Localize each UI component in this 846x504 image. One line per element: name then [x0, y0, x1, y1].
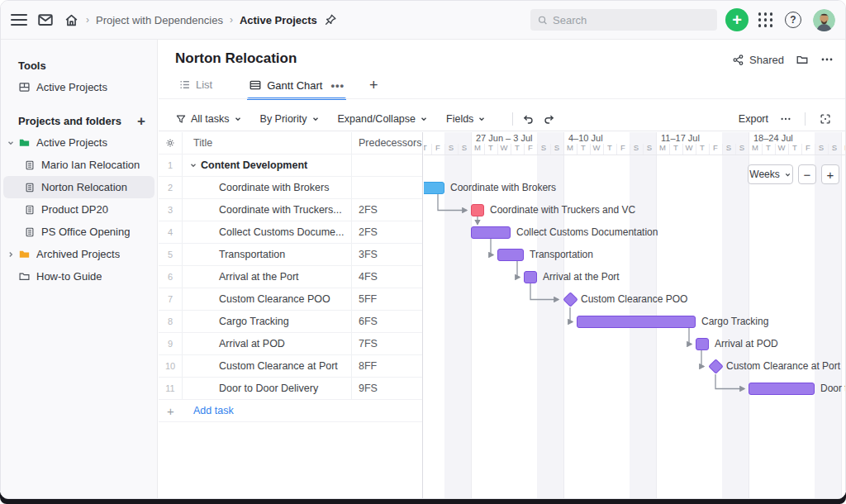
day-letter: S — [550, 143, 563, 152]
add-task-button[interactable]: Add task — [183, 405, 234, 416]
gantt-chart: MTWTFSS27 Jun – 3 JulMTWTFSS4–10 JulMTWT… — [424, 132, 845, 498]
day-letter: T — [603, 143, 616, 152]
row-number: 5 — [159, 244, 183, 265]
task-title: Content Development — [201, 159, 307, 171]
table-row: 2Coordinate with Brokers — [159, 177, 422, 199]
sidebar-item-norton-relocation[interactable]: Norton Relocation — [3, 176, 154, 198]
gantt-bar-arrival-at-the-port[interactable] — [524, 271, 537, 283]
day-letter: T — [424, 143, 431, 152]
project-more-button[interactable] — [820, 53, 834, 66]
gantt-bar-door-to-door-delivery[interactable] — [749, 383, 815, 395]
filter-label: All tasks — [191, 113, 230, 125]
task-title-cell[interactable]: Door to Door Delivery — [183, 378, 352, 399]
predecessors-cell[interactable]: 9FS — [352, 383, 422, 394]
share-button[interactable]: Shared — [732, 54, 784, 66]
fields-dropdown[interactable]: Fields — [446, 113, 486, 125]
breadcrumb-current[interactable]: Active Projects — [240, 14, 317, 26]
day-letter: M — [471, 143, 484, 152]
task-title-cell[interactable]: Content Development — [183, 155, 352, 176]
menu-icon[interactable] — [11, 14, 27, 26]
predecessors-cell[interactable]: 4FS — [352, 271, 422, 283]
tab-gantt-label: Gantt Chart — [267, 79, 322, 92]
apps-grid-icon[interactable] — [758, 12, 773, 27]
gantt-toolbar: All tasks By Priority Expand/Collapse Fi… — [159, 107, 845, 131]
table-row: 9Arrival at POD7FS — [159, 333, 422, 355]
sidebar-item-how-to-guide[interactable]: How-to Guide — [3, 265, 154, 288]
gantt-bar-cargo-tracking[interactable] — [577, 316, 696, 328]
chevron-right-icon[interactable] — [7, 250, 15, 259]
chevron-down-icon[interactable] — [7, 139, 15, 147]
inbox-icon[interactable] — [37, 12, 54, 28]
fullscreen-button[interactable] — [819, 112, 832, 126]
filter-tasks-dropdown[interactable]: All tasks — [175, 113, 242, 125]
collapse-group-icon[interactable] — [189, 161, 197, 169]
filter-icon — [175, 113, 187, 125]
sidebar-item-label: Norton Relocation — [41, 181, 127, 193]
tab-gantt-chart[interactable]: Gantt Chart ••• — [247, 76, 346, 100]
gantt-bar-arrival-at-pod[interactable] — [696, 338, 709, 350]
sort-dropdown[interactable]: By Priority — [260, 113, 320, 125]
task-title-cell[interactable]: Transportation — [183, 244, 352, 265]
create-button[interactable]: + — [725, 8, 749, 31]
page-title[interactable]: Norton Relocation — [175, 50, 297, 67]
gantt-milestone-custom-clearance-poo[interactable] — [563, 292, 577, 307]
sidebar-item-product-dp20[interactable]: Product DP20 — [3, 198, 154, 221]
task-title-cell[interactable]: Arrival at the Port — [183, 266, 352, 288]
day-letter: S — [537, 143, 550, 152]
task-title-cell[interactable]: Cargo Tracking — [183, 311, 352, 332]
folder-icon — [796, 53, 809, 66]
undo-button[interactable] — [521, 112, 535, 126]
export-button[interactable]: Export — [739, 113, 768, 125]
gantt-bar-coordinate-with-truckers-and-vc[interactable] — [471, 204, 484, 216]
zoom-out-button[interactable]: − — [798, 164, 816, 184]
breadcrumb-project[interactable]: Project with Dependencies — [96, 14, 223, 26]
predecessors-cell[interactable]: 3FS — [352, 249, 422, 260]
column-header-predecessors[interactable]: Predecessors — [352, 137, 422, 149]
folder-info-button[interactable] — [796, 53, 809, 66]
add-task-row[interactable]: + Add task — [159, 400, 422, 422]
search-input[interactable] — [553, 14, 711, 26]
folder-icon — [18, 136, 31, 149]
column-header-title[interactable]: Title — [183, 132, 352, 154]
tab-options-icon[interactable]: ••• — [330, 79, 345, 92]
task-title: Coordinate with Brokers — [219, 182, 329, 193]
tab-list[interactable]: List — [177, 76, 214, 99]
task-title-cell[interactable]: Collect Customs Docume... — [183, 221, 352, 243]
task-title-cell[interactable]: Arrival at POD — [183, 333, 352, 354]
gantt-bar-collect-customs-documentation[interactable] — [471, 226, 511, 239]
task-title-cell[interactable]: Custom Clearance at Port — [183, 355, 352, 377]
sidebar-item-mario-ian-relocation[interactable]: Mario Ian Relocation — [3, 154, 154, 176]
home-icon[interactable] — [64, 12, 79, 28]
avatar[interactable] — [813, 9, 835, 31]
predecessors-cell[interactable]: 2FS — [352, 226, 422, 238]
add-project-icon[interactable]: + — [137, 114, 145, 128]
predecessors-cell[interactable]: 7FS — [352, 338, 422, 349]
task-title-cell[interactable]: Coordinate with Brokers — [183, 177, 352, 198]
task-title-cell[interactable]: Custom Clearance POO — [183, 288, 352, 310]
predecessors-cell[interactable]: 8FF — [352, 360, 422, 372]
timescale-select[interactable]: Weeks — [748, 164, 793, 184]
sidebar-item-ps-office-opening[interactable]: PS Office Opening — [3, 221, 154, 243]
redo-button[interactable] — [543, 112, 556, 126]
help-icon[interactable]: ? — [785, 12, 801, 28]
row-number: 2 — [159, 177, 183, 198]
gantt-bar-coordinate-with-brokers[interactable] — [424, 182, 444, 194]
search-box[interactable] — [530, 9, 717, 31]
gantt-bar-transportation[interactable] — [497, 249, 524, 261]
sidebar-item-active-projects[interactable]: Active Projects — [3, 131, 154, 154]
zoom-in-button[interactable]: + — [821, 164, 839, 184]
day-letter: S — [815, 143, 828, 152]
sidebar-item-archived-projects[interactable]: Archived Projects — [3, 243, 154, 265]
predecessors-cell[interactable]: 5FF — [352, 293, 422, 305]
table-settings-cell[interactable] — [159, 132, 183, 154]
pin-icon[interactable] — [324, 13, 337, 26]
predecessors-cell[interactable]: 2FS — [352, 204, 422, 216]
task-title-cell[interactable]: Coordinate with Truckers... — [183, 199, 352, 221]
expand-collapse-dropdown[interactable]: Expand/Collapse — [338, 113, 429, 125]
gantt-milestone-custom-clearance-at-port[interactable] — [708, 359, 723, 373]
toolbar-more-button[interactable] — [780, 113, 791, 125]
predecessors-cell[interactable]: 6FS — [352, 316, 422, 327]
sidebar-item-label: Product DP20 — [41, 203, 108, 216]
add-view-button[interactable]: + — [369, 76, 378, 94]
sidebar-item-active-projects-tool[interactable]: Active Projects — [3, 76, 154, 98]
